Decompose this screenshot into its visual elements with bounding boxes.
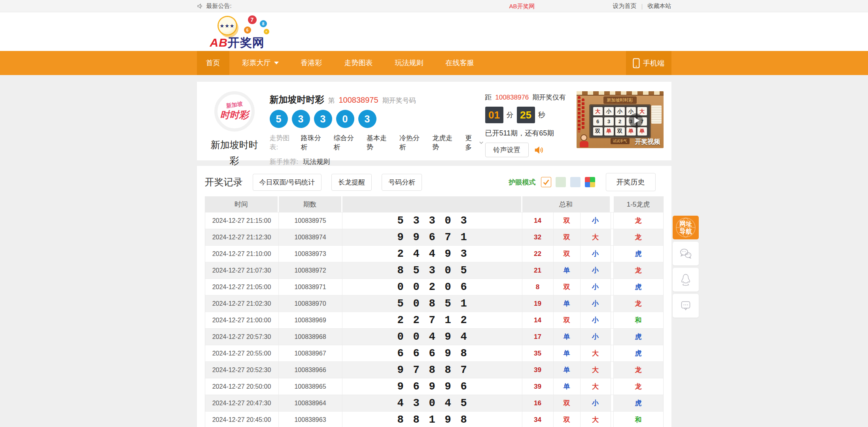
cell-parity: 单 [554, 295, 581, 312]
draw-digit: 0 [408, 281, 424, 293]
cell-dragon-tiger: 和 [614, 312, 663, 328]
announcement-link[interactable]: AB开奖网 [509, 0, 535, 12]
header: ★★★ 7869 AB开奖网 [0, 12, 868, 51]
records-panel: 开奖记录 今日双面/号码统计长龙提醒号码分析 护眼模式 开奖历史 时间 期数 总… [197, 166, 671, 427]
draw-digit: 5 [408, 265, 424, 277]
announcement-label: 最新公告: [206, 2, 232, 10]
cell-issue: 100838970 [279, 295, 342, 312]
cell-sum: 8 [522, 279, 554, 295]
draw-history-button[interactable]: 开奖历史 [606, 173, 656, 191]
table-row: 2024-12-27 21:12:301008389749967132双大龙 [205, 229, 663, 245]
cell-time: 2024-12-27 21:05:00 [205, 279, 279, 295]
swatch-quadrant [585, 177, 590, 182]
cell-issue: 100838969 [279, 312, 342, 328]
tool-button-今日双面/号码统计[interactable]: 今日双面/号码统计 [253, 174, 322, 191]
current-draw-panel: 新加坡 时时彩 新加坡时时彩 新加坡时时彩 第 100838975 期开奖号码 … [197, 82, 671, 160]
draw-digit: 3 [424, 265, 440, 277]
draw-title: 新加坡时时彩 第 100838975 期开奖号码 [270, 94, 485, 106]
cell-issue: 100838975 [279, 213, 342, 229]
qq-button[interactable] [673, 268, 699, 292]
draw-video-thumbnail[interactable]: 新加坡时时彩 大小小小大63237双单双单单 试试手气 开奖视频 [577, 91, 664, 148]
nav-item-首页[interactable]: 首页 [197, 51, 229, 75]
mobile-version-button[interactable]: 手机端 [626, 51, 671, 75]
trend-link-路珠分析[interactable]: 路珠分析 [301, 134, 325, 152]
logo-text-rest: 开奖网 [228, 36, 265, 49]
site-nav-button[interactable]: 网址 导航 [673, 216, 699, 239]
trend-link-基本走势[interactable]: 基本走势 [367, 134, 391, 152]
more-label: 更多 [465, 134, 477, 152]
nav-item-玩法规则[interactable]: 玩法规则 [386, 51, 433, 75]
wechat-button[interactable] [673, 242, 699, 265]
tool-button-长龙提醒[interactable]: 长龙提醒 [331, 174, 372, 191]
cell-parity: 单 [554, 262, 581, 278]
countdown-prefix: 距 [485, 94, 492, 101]
cell-size: 大 [581, 345, 611, 361]
play-icon[interactable] [629, 113, 643, 128]
records-title: 开奖记录 [205, 176, 243, 188]
cell-numbers: 00494 [342, 329, 522, 345]
qq-icon [679, 273, 692, 287]
board-tile: 大 [593, 107, 603, 115]
draw-digit: 8 [408, 414, 424, 426]
cell-parity: 单 [554, 345, 581, 361]
issue-number: 100838975 [339, 96, 378, 105]
draw-digit: 4 [393, 397, 408, 409]
awning-graphic [577, 91, 664, 96]
ring-settings-button[interactable]: 铃声设置 [485, 143, 529, 157]
eye-mode-blue-swatch[interactable] [570, 177, 581, 187]
nav-item-彩票大厅[interactable]: 彩票大厅 [233, 51, 288, 75]
cell-sum: 32 [522, 229, 554, 245]
minutes-unit: 分 [507, 110, 514, 120]
cell-issue: 100838966 [279, 362, 342, 378]
cell-sum: 39 [522, 362, 554, 378]
trend-link-综合分析[interactable]: 综合分析 [334, 134, 358, 152]
column-gap [611, 312, 614, 328]
trend-link-冷热分析[interactable]: 冷热分析 [399, 134, 424, 152]
tool-button-号码分析[interactable]: 号码分析 [382, 174, 422, 191]
check-icon [543, 179, 550, 186]
header-issue: 期数 [279, 196, 342, 212]
cell-time: 2024-12-27 20:57:30 [205, 329, 279, 345]
cell-dragon-tiger: 虎 [614, 395, 663, 411]
trend-link-龙虎走势[interactable]: 龙虎走势 [432, 134, 456, 152]
board-tile: 小 [604, 107, 614, 115]
table-row: 2024-12-27 21:10:001008389732449322双小虎 [205, 245, 663, 262]
set-home-link[interactable]: 设为首页 [613, 2, 637, 10]
cell-parity: 双 [554, 312, 581, 328]
more-link[interactable]: 更多 [465, 134, 483, 152]
draw-lottery-name: 新加坡时时彩 [270, 94, 324, 106]
eye-mode-green-swatch[interactable] [556, 177, 566, 187]
nav-item-香港彩[interactable]: 香港彩 [292, 51, 331, 75]
luck-sign: 试试手气 [611, 138, 630, 144]
cell-numbers: 96996 [342, 378, 522, 395]
sound-on-icon[interactable] [533, 145, 544, 155]
chevron-down-icon [274, 62, 279, 64]
cell-numbers: 85305 [342, 262, 522, 278]
cell-parity: 双 [554, 412, 581, 427]
wechat-icon [678, 247, 693, 260]
site-logo[interactable]: ★★★ 7869 AB开奖网 [210, 15, 277, 51]
nav-item-走势图表[interactable]: 走势图表 [335, 51, 382, 75]
favorite-link[interactable]: 收藏本站 [648, 2, 671, 10]
draw-digit: 6 [393, 348, 408, 359]
cell-sum: 22 [522, 246, 554, 262]
table-row: 2024-12-27 20:57:301008389680049417单小虎 [205, 328, 663, 345]
draw-number-ball: 5 [270, 110, 288, 128]
message-button[interactable] [673, 294, 699, 318]
eye-mode-default-checkbox[interactable] [541, 177, 551, 187]
cell-numbers: 24493 [342, 246, 522, 262]
header-time: 时间 [205, 196, 279, 212]
cell-size: 小 [581, 246, 611, 262]
nav-item-在线客服[interactable]: 在线客服 [437, 51, 483, 75]
table-row: 2024-12-27 21:07:301008389728530521单小龙 [205, 262, 663, 278]
table-row: 2024-12-27 20:45:001008389638819834双大和 [205, 411, 663, 427]
board-tile: 双 [593, 127, 603, 135]
draw-digit: 6 [456, 281, 472, 293]
cell-size: 小 [581, 329, 611, 345]
table-row: 2024-12-27 21:00:001008389692271214双小和 [205, 312, 663, 328]
cell-dragon-tiger: 龙 [614, 262, 663, 278]
eye-mode-multicolor-swatch[interactable] [585, 177, 595, 187]
rules-link[interactable]: 玩法规则 [303, 157, 330, 166]
board-tile: 6 [593, 117, 603, 126]
next-issue-number: 100838976 [495, 94, 529, 101]
